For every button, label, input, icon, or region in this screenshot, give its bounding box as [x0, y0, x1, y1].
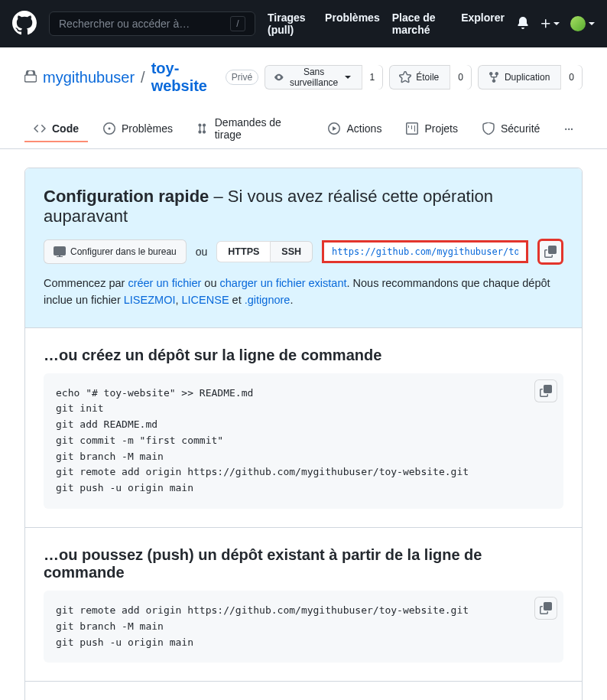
repo-owner-link[interactable]: mygithubuser — [43, 69, 135, 86]
clone-url-input[interactable] — [322, 240, 528, 263]
https-tab[interactable]: HTTPS — [216, 241, 271, 262]
notifications-icon[interactable] — [517, 17, 529, 31]
or-text: ou — [196, 246, 208, 258]
nav-marketplace[interactable]: Place de marché — [392, 11, 450, 36]
ssh-tab[interactable]: SSH — [271, 241, 313, 262]
license-link[interactable]: LICENSE — [182, 294, 229, 306]
fork-button[interactable]: Duplication 0 — [478, 65, 583, 90]
header-nav: Tirages (pull) Problèmes Place de marché… — [268, 11, 505, 36]
tab-pulls[interactable]: Demandes de tirage — [188, 110, 313, 148]
copy-push-code-button[interactable] — [534, 597, 557, 620]
create-repo-code: echo "# toy-website" >> README.md git in… — [44, 373, 563, 510]
search-input[interactable]: Rechercher ou accéder à… / — [49, 11, 255, 36]
repo-slash: / — [141, 69, 145, 86]
nav-issues[interactable]: Problèmes — [325, 11, 380, 36]
tab-code[interactable]: Code — [24, 116, 88, 142]
search-placeholder: Rechercher ou accéder à… — [59, 18, 190, 30]
copy-url-button[interactable] — [537, 239, 563, 265]
nav-pulls[interactable]: Tirages (pull) — [268, 11, 313, 36]
create-new-icon[interactable] — [540, 18, 560, 30]
github-logo[interactable] — [12, 11, 37, 37]
star-button[interactable]: Étoile 0 — [389, 65, 472, 90]
upload-file-link[interactable]: charger un fichier existant — [220, 277, 347, 289]
push-repo-code: git remote add origin https://github.com… — [44, 591, 563, 663]
more-tabs-button[interactable]: ··· — [555, 117, 583, 142]
repo-name-link[interactable]: toy-website — [151, 60, 219, 95]
watch-count: 1 — [362, 65, 383, 90]
tab-issues[interactable]: Problèmes — [94, 116, 182, 142]
slash-key-icon: / — [230, 16, 245, 31]
visibility-badge: Privé — [226, 70, 258, 85]
lock-icon — [24, 70, 37, 85]
create-file-link[interactable]: créer un fichier — [128, 277, 201, 289]
push-repo-title: …ou poussez (push) un dépôt existant à p… — [44, 546, 563, 581]
create-repo-title: …ou créez un dépôt sur la ligne de comma… — [44, 347, 563, 364]
setup-desktop-button[interactable]: Configurer dans le bureau — [44, 239, 187, 264]
tab-security[interactable]: Sécurité — [473, 116, 549, 142]
fork-count: 0 — [560, 65, 582, 90]
nav-explore[interactable]: Explorer — [461, 11, 505, 36]
star-count: 0 — [450, 65, 471, 90]
quicksetup-helper: Commencez par créer un fichier ou charge… — [44, 275, 563, 309]
copy-create-code-button[interactable] — [534, 379, 557, 402]
watch-button[interactable]: Sans surveillance 1 — [265, 65, 383, 90]
readme-link[interactable]: LISEZMOI — [124, 294, 176, 306]
avatar[interactable] — [570, 16, 595, 31]
quicksetup-title: Configuration rapide – Si vous avez réal… — [44, 187, 563, 226]
tab-projects[interactable]: Projets — [397, 116, 467, 142]
tab-actions[interactable]: Actions — [319, 116, 391, 142]
gitignore-link[interactable]: .gitignore — [245, 294, 291, 306]
